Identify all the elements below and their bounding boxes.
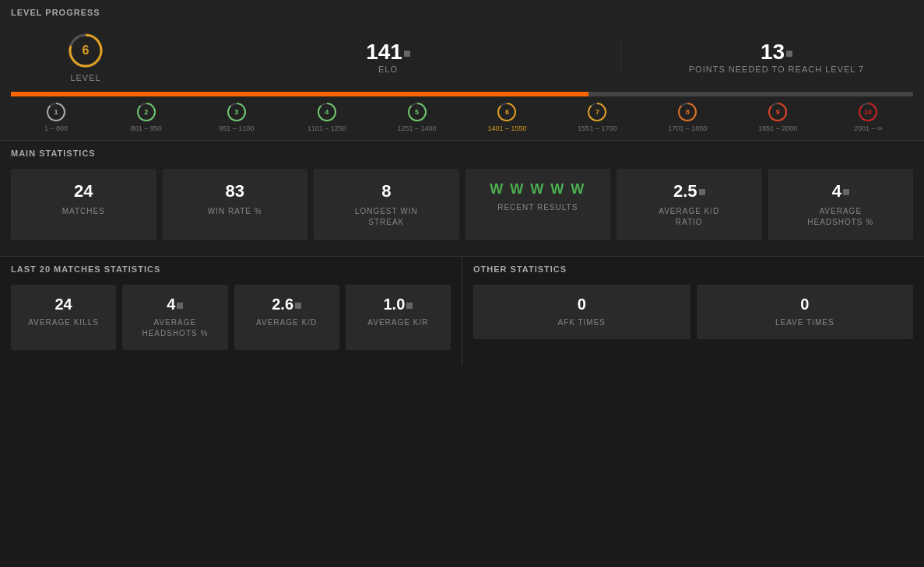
level-tick-6[interactable]: 6 1401 – 1550 xyxy=(462,101,553,132)
bottom-stat-label: AVERAGE K/R xyxy=(367,317,428,328)
points-value: 13 xyxy=(761,40,792,65)
level-tick-4[interactable]: 4 1101 – 1250 xyxy=(282,101,372,132)
stat-label: AVERAGE K/D RATIO xyxy=(659,206,719,228)
tick-badge-8: 8 xyxy=(676,101,698,123)
tick-range-8: 1701 – 1850 xyxy=(668,124,707,132)
tick-range-1: 1 – 800 xyxy=(44,124,68,132)
level-tick-5[interactable]: 5 1251 – 1400 xyxy=(372,101,462,132)
tick-range-7: 1551 – 1700 xyxy=(578,124,617,132)
tick-badge-9: 9 xyxy=(767,101,789,123)
other-stat-label: LEAVE TIMES xyxy=(775,317,834,328)
level-info-row: 6 LEVEL 141 ELO 13 POINTS NEEDED TO REAC… xyxy=(0,23,924,87)
tick-badge-5: 5 xyxy=(406,101,428,123)
level-tick-1[interactable]: 1 1 – 800 xyxy=(11,101,101,132)
elo-indicator xyxy=(404,51,410,57)
bottom-stat-indicator xyxy=(295,303,301,309)
bottom-stat-label: AVERAGE HEADSHOTS % xyxy=(142,317,208,339)
tick-range-5: 1251 – 1400 xyxy=(398,124,437,132)
stat-label: MATCHES xyxy=(62,206,105,217)
stat-indicator xyxy=(699,189,705,195)
bottom-stat-label: AVERAGE KILLS xyxy=(28,317,99,328)
bottom-stat-indicator xyxy=(177,303,183,309)
tick-range-3: 951 – 1100 xyxy=(219,124,254,132)
level-label: LEVEL xyxy=(70,73,100,82)
level-badge: 6 xyxy=(66,31,105,70)
stat-label: WIN RATE % xyxy=(208,206,262,217)
level-tick-8[interactable]: 8 1701 – 1850 xyxy=(642,101,733,132)
level-ticks-row: 1 1 – 800 2 801 – 950 3 951 – 1100 4 110… xyxy=(0,96,924,132)
stat-label: AVERAGE HEADSHOTS % xyxy=(807,206,873,228)
level-tick-10[interactable]: 10 2001 – ∞ xyxy=(823,101,913,132)
bottom-stat-value: 24 xyxy=(55,296,72,313)
tick-range-4: 1101 – 1250 xyxy=(307,124,346,132)
stat-value: 2.5 xyxy=(673,181,705,201)
stat-card: 8LONGEST WIN STREAK xyxy=(314,169,459,240)
progress-bar-container xyxy=(0,87,924,96)
tick-range-2: 801 – 950 xyxy=(131,124,162,132)
stat-value: 24 xyxy=(74,181,93,201)
main-stats-grid: 24MATCHES83WIN RATE %8LONGEST WIN STREAK… xyxy=(0,164,924,245)
other-stats-grid: 0AFK TIMES0LEAVE TIMES xyxy=(462,280,924,344)
stat-value: 8 xyxy=(381,181,391,201)
tick-badge-10: 10 xyxy=(857,101,879,123)
bottom-stat-label: AVERAGE K/D xyxy=(256,317,317,328)
bottom-stat-indicator xyxy=(406,303,413,309)
tick-badge-2: 2 xyxy=(135,101,157,123)
tick-badge-3: 3 xyxy=(226,101,248,123)
last20-stat-card: 24AVERAGE KILLS xyxy=(11,285,116,350)
progress-bar-fill xyxy=(11,92,588,96)
stat-label: LONGEST WIN STREAK xyxy=(355,206,418,228)
stat-label: RECENT RESULTS xyxy=(497,202,578,213)
bottom-stat-value: 2.6 xyxy=(272,296,301,313)
bottom-stat-value: 1.0 xyxy=(383,296,413,313)
level-tick-2[interactable]: 2 801 – 950 xyxy=(101,101,191,132)
tick-range-6: 1401 – 1550 xyxy=(487,124,526,132)
stat-value: 4 xyxy=(832,181,849,201)
other-stat-label: AFK TIMES xyxy=(557,317,606,328)
other-stats-section: OTHER STATISTICS 0AFK TIMES0LEAVE TIMES xyxy=(462,257,924,366)
tick-range-9: 1851 – 2000 xyxy=(758,124,797,132)
points-label: POINTS NEEDED TO REACH LEVEL 7 xyxy=(689,65,864,74)
last20-section: LAST 20 MATCHES STATISTICS 24AVERAGE KIL… xyxy=(0,257,462,366)
stat-card: 2.5AVERAGE K/D RATIO xyxy=(617,169,762,240)
level-number: 6 xyxy=(83,44,90,58)
other-stat-value: 0 xyxy=(578,296,586,313)
level-progress-section: LEVEL PROGRESS 6 LEVEL 141 ELO 13 xyxy=(0,0,924,141)
tick-badge-4: 4 xyxy=(316,101,338,123)
other-stat-card: 0LEAVE TIMES xyxy=(697,285,914,339)
main-stats-section: MAIN STATISTICS 24MATCHES83WIN RATE %8LO… xyxy=(0,141,924,257)
level-tick-9[interactable]: 9 1851 – 2000 xyxy=(733,101,823,132)
stat-indicator xyxy=(843,189,849,195)
bottom-stat-value: 4 xyxy=(167,296,183,313)
level-tick-3[interactable]: 3 951 – 1100 xyxy=(191,101,282,132)
last20-stats-grid: 24AVERAGE KILLS4AVERAGE HEADSHOTS %2.6AV… xyxy=(0,280,462,355)
level-tick-7[interactable]: 7 1551 – 1700 xyxy=(552,101,642,132)
tick-range-10: 2001 – ∞ xyxy=(854,124,882,132)
elo-container: 141 ELO xyxy=(156,40,620,74)
stat-card: W W W W WRECENT RESULTS xyxy=(466,169,611,240)
elo-label: ELO xyxy=(378,65,398,74)
tick-badge-7: 7 xyxy=(586,101,608,123)
last20-stat-card: 2.6AVERAGE K/D xyxy=(234,285,339,350)
stat-value: 83 xyxy=(226,181,244,201)
last20-stat-card: 1.0AVERAGE K/R xyxy=(346,285,451,350)
points-needed-container: 13 POINTS NEEDED TO REACH LEVEL 7 xyxy=(620,40,908,74)
stat-card: 83WIN RATE % xyxy=(163,169,308,240)
last20-stat-card: 4AVERAGE HEADSHOTS % xyxy=(122,285,227,350)
level-badge-container: 6 LEVEL xyxy=(16,31,156,82)
tick-badge-6: 6 xyxy=(496,101,518,123)
stat-card: 24MATCHES xyxy=(11,169,156,240)
progress-bar-bg xyxy=(11,92,913,96)
stat-card: 4AVERAGE HEADSHOTS % xyxy=(768,169,914,240)
other-stat-card: 0AFK TIMES xyxy=(473,285,690,339)
recent-results-value: W W W W W xyxy=(490,181,585,198)
other-stats-title: OTHER STATISTICS xyxy=(462,257,924,280)
points-indicator xyxy=(786,51,792,57)
bottom-sections: LAST 20 MATCHES STATISTICS 24AVERAGE KIL… xyxy=(0,257,924,366)
elo-value: 141 xyxy=(366,40,410,65)
other-stat-value: 0 xyxy=(800,296,809,313)
tick-badge-1: 1 xyxy=(45,101,67,123)
last20-title: LAST 20 MATCHES STATISTICS xyxy=(0,257,462,280)
level-progress-title: LEVEL PROGRESS xyxy=(0,0,924,23)
main-stats-title: MAIN STATISTICS xyxy=(0,141,924,164)
